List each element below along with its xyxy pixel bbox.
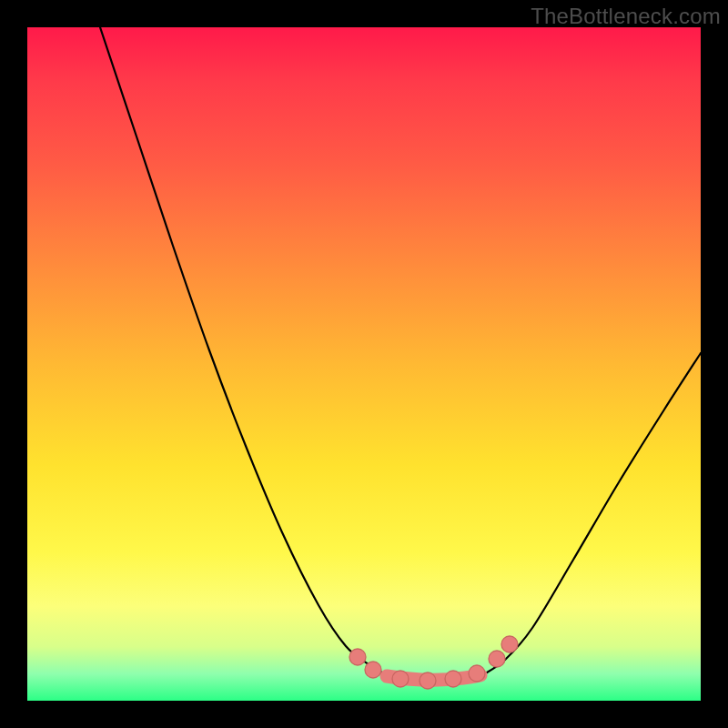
attribution-text: TheBottleneck.com: [531, 4, 721, 29]
curve-marker: [349, 649, 366, 665]
curve-marker: [501, 636, 518, 652]
curve-marker: [445, 671, 461, 687]
curve-marker: [365, 662, 381, 678]
curve-marker: [392, 671, 409, 687]
curve-marker: [469, 665, 485, 682]
chart-plot-area: [27, 27, 701, 701]
curve-marker: [489, 651, 505, 667]
curve-marker: [420, 672, 436, 689]
curve-markers: [349, 636, 518, 689]
curve-path: [100, 27, 701, 681]
bottleneck-curve: [27, 27, 701, 701]
